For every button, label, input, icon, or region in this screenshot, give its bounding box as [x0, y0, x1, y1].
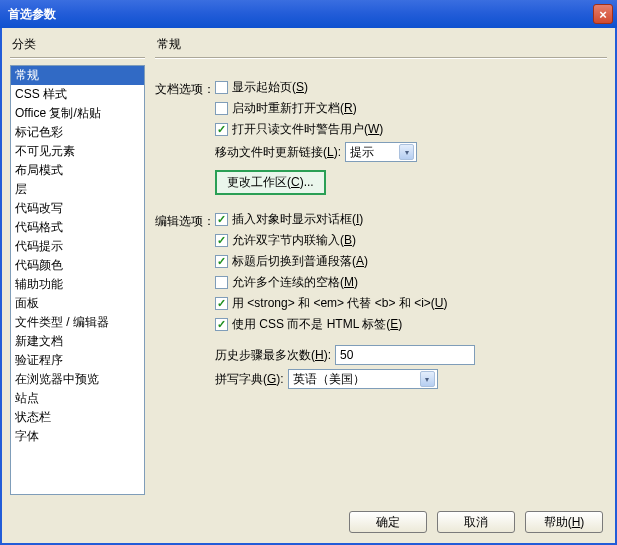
- css-html-label: 使用 CSS 而不是 HTML 标签(E): [232, 316, 402, 333]
- warn-readonly-label: 打开只读文件时警告用户(W): [232, 121, 383, 138]
- show-startpage-checkbox[interactable]: [215, 81, 228, 94]
- dialog-buttons: 确定 取消 帮助(H): [349, 511, 603, 533]
- reopen-docs-label: 启动时重新打开文档(R): [232, 100, 357, 117]
- change-workspace-button[interactable]: 更改工作区(C)...: [215, 170, 326, 195]
- insert-dialog-label: 插入对象时显示对话框(I): [232, 211, 363, 228]
- list-item[interactable]: 布局模式: [11, 161, 144, 180]
- ok-button[interactable]: 确定: [349, 511, 427, 533]
- edit-options-label: 编辑选项：: [155, 211, 215, 230]
- list-item[interactable]: CSS 样式: [11, 85, 144, 104]
- list-item[interactable]: 标记色彩: [11, 123, 144, 142]
- list-item[interactable]: 代码格式: [11, 218, 144, 237]
- show-startpage-label: 显示起始页(S): [232, 79, 308, 96]
- reopen-docs-checkbox[interactable]: [215, 102, 228, 115]
- history-steps-input[interactable]: 50: [335, 345, 475, 365]
- divider: [155, 57, 607, 59]
- category-label: 分类: [10, 36, 145, 53]
- titlebar: 首选参数 ×: [0, 0, 617, 28]
- dict-select[interactable]: 英语（美国） ▾: [288, 369, 438, 389]
- list-item[interactable]: Office 复制/粘贴: [11, 104, 144, 123]
- list-item[interactable]: 常规: [11, 66, 144, 85]
- movefiles-select[interactable]: 提示 ▾: [345, 142, 417, 162]
- list-item[interactable]: 新建文档: [11, 332, 144, 351]
- movefiles-label: 移动文件时更新链接(L):: [215, 144, 341, 161]
- list-item[interactable]: 在浏览器中预览: [11, 370, 144, 389]
- history-label: 历史步骤最多次数(H):: [215, 347, 331, 364]
- list-item[interactable]: 层: [11, 180, 144, 199]
- list-item[interactable]: 站点: [11, 389, 144, 408]
- dict-label: 拼写字典(G):: [215, 371, 284, 388]
- panel-title: 常规: [155, 36, 607, 53]
- list-item[interactable]: 文件类型 / 编辑器: [11, 313, 144, 332]
- window-title: 首选参数: [8, 6, 56, 23]
- warn-readonly-checkbox[interactable]: [215, 123, 228, 136]
- list-item[interactable]: 验证程序: [11, 351, 144, 370]
- multi-space-checkbox[interactable]: [215, 276, 228, 289]
- list-item[interactable]: 状态栏: [11, 408, 144, 427]
- dialog-frame: 分类 常规 CSS 样式 Office 复制/粘贴 标记色彩 不可见元素 布局模…: [0, 28, 617, 545]
- css-html-checkbox[interactable]: [215, 318, 228, 331]
- dbcs-inline-label: 允许双字节内联输入(B): [232, 232, 356, 249]
- dbcs-inline-checkbox[interactable]: [215, 234, 228, 247]
- heading-para-checkbox[interactable]: [215, 255, 228, 268]
- multi-space-label: 允许多个连续的空格(M): [232, 274, 358, 291]
- heading-para-label: 标题后切换到普通段落(A): [232, 253, 368, 270]
- list-item[interactable]: 不可见元素: [11, 142, 144, 161]
- category-listbox[interactable]: 常规 CSS 样式 Office 复制/粘贴 标记色彩 不可见元素 布局模式 层…: [10, 65, 145, 495]
- insert-dialog-checkbox[interactable]: [215, 213, 228, 226]
- strong-em-label: 用 <strong> 和 <em> 代替 <b> 和 <i>(U): [232, 295, 447, 312]
- doc-options-label: 文档选项：: [155, 79, 215, 98]
- list-item[interactable]: 代码颜色: [11, 256, 144, 275]
- close-button[interactable]: ×: [593, 4, 613, 24]
- chevron-down-icon: ▾: [420, 371, 435, 387]
- close-icon: ×: [599, 7, 607, 22]
- help-button[interactable]: 帮助(H): [525, 511, 603, 533]
- strong-em-checkbox[interactable]: [215, 297, 228, 310]
- chevron-down-icon: ▾: [399, 144, 414, 160]
- list-item[interactable]: 面板: [11, 294, 144, 313]
- list-item[interactable]: 字体: [11, 427, 144, 446]
- cancel-button[interactable]: 取消: [437, 511, 515, 533]
- list-item[interactable]: 辅助功能: [11, 275, 144, 294]
- list-item[interactable]: 代码提示: [11, 237, 144, 256]
- divider: [10, 57, 145, 59]
- list-item[interactable]: 代码改写: [11, 199, 144, 218]
